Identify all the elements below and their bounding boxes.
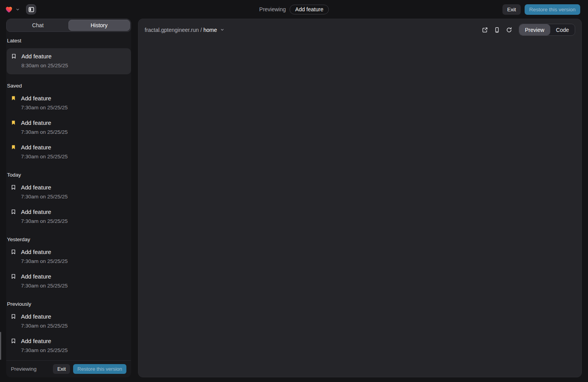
url-page: home xyxy=(203,27,217,33)
tab-history[interactable]: History xyxy=(68,20,130,31)
version-name-pill[interactable]: Add feature xyxy=(290,5,329,14)
section-label-latest: Latest xyxy=(7,38,131,44)
chevron-down-icon[interactable] xyxy=(16,7,20,12)
version-timestamp: 7:30am on 25/25/25 xyxy=(21,104,68,111)
version-timestamp: 7:30am on 25/25/25 xyxy=(21,153,68,160)
section-label-yesterday: Yesterday xyxy=(7,237,131,242)
list-item[interactable]: Add feature 7:30am on 25/25/25 xyxy=(7,205,131,228)
exit-button[interactable]: Exit xyxy=(502,4,521,15)
version-title: Add feature xyxy=(21,94,68,103)
restore-version-button[interactable]: Restore this version xyxy=(73,364,126,374)
version-title: Add feature xyxy=(21,272,68,281)
main-layout: Chat History Latest Add feature 8:30am o… xyxy=(0,19,588,382)
bookmark-filled-icon[interactable] xyxy=(10,119,17,136)
history-sidebar: Chat History Latest Add feature 8:30am o… xyxy=(6,19,131,377)
tab-preview[interactable]: Preview xyxy=(519,24,550,35)
version-timestamp: 8:30am on 25/25/25 xyxy=(21,62,68,69)
list-item[interactable]: Add feature 7:30am on 25/25/25 xyxy=(7,334,131,357)
section-label-today: Today xyxy=(7,172,131,178)
version-title: Add feature xyxy=(21,119,68,127)
sidebar-tab-switcher: Chat History xyxy=(6,19,131,32)
previewing-status-label: Previewing xyxy=(259,6,286,12)
tab-code[interactable]: Code xyxy=(550,24,575,35)
top-bar-center: Previewing Add feature xyxy=(259,0,329,19)
bookmark-outline-icon[interactable] xyxy=(10,248,17,265)
sidebar-toggle-button[interactable] xyxy=(26,4,36,14)
url-host: fractal.gptengineer.run / xyxy=(145,27,202,33)
section-label-previously: Previously xyxy=(7,301,131,307)
bookmark-outline-icon[interactable] xyxy=(10,183,17,200)
version-timestamp: 7:30am on 25/25/25 xyxy=(21,128,68,136)
preview-panel: fractal.gptengineer.run / home xyxy=(138,19,582,377)
version-timestamp: 7:30am on 25/25/25 xyxy=(21,322,68,329)
preview-header-icons xyxy=(482,27,512,33)
bookmark-outline-icon[interactable] xyxy=(10,337,17,354)
refresh-icon[interactable] xyxy=(506,27,512,33)
chevron-down-icon xyxy=(220,28,224,32)
sidebar-footer: Previewing Exit Restore this version xyxy=(6,360,131,377)
version-title: Add feature xyxy=(21,52,68,61)
version-timestamp: 7:30am on 25/25/25 xyxy=(21,282,68,289)
version-timestamp: 7:30am on 25/25/25 xyxy=(21,217,68,225)
version-title: Add feature xyxy=(21,208,68,216)
bookmark-outline-icon[interactable] xyxy=(10,312,17,329)
version-timestamp: 7:30am on 25/25/25 xyxy=(21,347,68,354)
top-bar-left xyxy=(5,4,36,14)
exit-button[interactable]: Exit xyxy=(53,364,70,374)
top-bar-right: Exit Restore this version xyxy=(502,4,580,15)
list-item[interactable]: Add feature 7:30am on 25/25/25 xyxy=(7,245,131,268)
view-mode-toggle: Preview Code xyxy=(519,24,575,36)
section-label-saved: Saved xyxy=(7,83,131,89)
list-item[interactable]: Add feature 7:30am on 25/25/25 xyxy=(7,309,131,333)
scrollbar-thumb[interactable] xyxy=(0,332,1,360)
list-item[interactable]: Add feature 7:30am on 25/25/25 xyxy=(7,269,131,293)
list-item[interactable]: Add feature 7:30am on 25/25/25 xyxy=(7,180,131,203)
preview-viewport[interactable] xyxy=(138,40,581,377)
previewing-status-label: Previewing xyxy=(11,366,37,372)
bookmark-filled-icon[interactable] xyxy=(10,143,17,160)
list-item[interactable]: Add feature 7:30am on 25/25/25 xyxy=(7,91,131,114)
bookmark-filled-icon[interactable] xyxy=(10,94,17,111)
version-title: Add feature xyxy=(21,337,68,345)
preview-url-selector[interactable]: fractal.gptengineer.run / home xyxy=(145,27,224,33)
bookmark-outline-icon[interactable] xyxy=(11,52,17,69)
list-item[interactable]: Add feature 7:30am on 25/25/25 xyxy=(7,140,131,163)
external-link-icon[interactable] xyxy=(482,27,488,33)
bookmark-outline-icon[interactable] xyxy=(10,272,17,289)
top-bar: Previewing Add feature Exit Restore this… xyxy=(0,0,588,19)
preview-header: fractal.gptengineer.run / home xyxy=(138,19,581,40)
version-title: Add feature xyxy=(21,143,68,152)
bookmark-outline-icon[interactable] xyxy=(10,208,17,225)
version-history-list: Latest Add feature 8:30am on 25/25/25 Sa… xyxy=(6,32,131,360)
version-title: Add feature xyxy=(21,183,68,192)
version-title: Add feature xyxy=(21,248,68,256)
version-title: Add feature xyxy=(21,312,68,321)
list-item[interactable]: Add feature 7:30am on 25/25/25 xyxy=(7,116,131,139)
list-item[interactable]: Add feature 8:30am on 25/25/25 xyxy=(7,48,131,74)
lovable-heart-icon[interactable] xyxy=(5,5,13,14)
mobile-device-icon[interactable] xyxy=(494,27,500,33)
tab-chat[interactable]: Chat xyxy=(7,20,68,31)
restore-version-button[interactable]: Restore this version xyxy=(525,4,580,15)
version-timestamp: 7:30am on 25/25/25 xyxy=(21,193,68,200)
version-timestamp: 7:30am on 25/25/25 xyxy=(21,258,68,265)
